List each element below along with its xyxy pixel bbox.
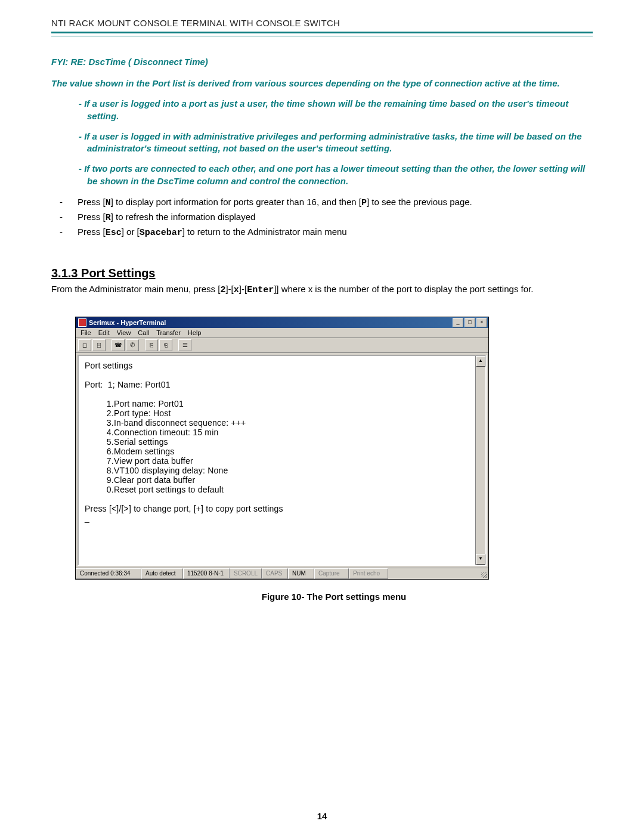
scroll-down-button[interactable]: ▼ xyxy=(476,554,485,565)
minimize-button[interactable]: _ xyxy=(453,318,463,327)
fyi-bullet-list: If a user is logged into a port as just … xyxy=(79,98,593,187)
fyi-heading: FYI: RE: DscTime ( Disconnect Time) xyxy=(51,57,593,67)
terminal-output: Port settings Port: 1; Name: Port01 1.Po… xyxy=(79,356,485,528)
menu-transfer[interactable]: Transfer xyxy=(156,329,181,336)
status-num: NUM xyxy=(288,568,314,579)
menu-view[interactable]: View xyxy=(117,329,131,336)
press-item-n: Press [N] to display port information fo… xyxy=(60,196,593,209)
status-connected: Connected 0:36:34 xyxy=(76,568,141,579)
press-item-r: Press [R] to refresh the information dis… xyxy=(60,210,593,224)
statusbar: Connected 0:36:34 Auto detect 115200 8-N… xyxy=(76,568,488,579)
menu-help[interactable]: Help xyxy=(188,329,202,336)
properties-icon[interactable]: ☰ xyxy=(178,339,191,351)
open-icon[interactable]: ⌸ xyxy=(92,339,106,351)
window-title: Serimux - HyperTerminal xyxy=(89,319,166,326)
fyi-body: The value shown in the Port list is deri… xyxy=(51,78,593,89)
app-icon xyxy=(78,318,86,327)
status-scroll: SCROLL xyxy=(230,568,262,579)
send-icon[interactable]: ⎘ xyxy=(145,339,158,351)
titlebar[interactable]: Serimux - HyperTerminal _ □ × xyxy=(76,317,488,328)
status-detect: Auto detect xyxy=(141,568,183,579)
disconnect-icon[interactable]: ✆ xyxy=(126,339,139,351)
receive-icon[interactable]: ⎗ xyxy=(159,339,172,351)
press-list: Press [N] to display port information fo… xyxy=(51,196,593,239)
figure-hyperterminal: Serimux - HyperTerminal _ □ × File Edit … xyxy=(75,317,593,602)
fyi-bullet: If a user is logged into a port as just … xyxy=(79,98,593,122)
menu-call[interactable]: Call xyxy=(138,329,149,336)
status-line: 115200 8-N-1 xyxy=(183,568,230,579)
status-capture: Capture xyxy=(314,568,349,579)
menu-file[interactable]: File xyxy=(80,329,91,336)
vertical-scrollbar[interactable]: ▲ ▼ xyxy=(475,356,485,565)
hyperterminal-window: Serimux - HyperTerminal _ □ × File Edit … xyxy=(75,317,489,580)
client-area: Port settings Port: 1; Name: Port01 1.Po… xyxy=(76,353,488,568)
maximize-button[interactable]: □ xyxy=(465,318,475,327)
section-body: From the Administrator main menu, press … xyxy=(51,284,593,295)
fyi-bullet: If two ports are connected to each other… xyxy=(79,163,593,187)
close-button[interactable]: × xyxy=(476,318,487,327)
scroll-up-button[interactable]: ▲ xyxy=(476,356,485,367)
section-title: 3.1.3 Port Settings xyxy=(51,267,593,280)
header-rule xyxy=(51,32,593,36)
new-icon[interactable]: ◻ xyxy=(78,339,91,351)
call-icon[interactable]: ☎ xyxy=(112,339,125,351)
page-header: NTI RACK MOUNT CONSOLE TERMINAL WITH CON… xyxy=(51,18,593,28)
status-echo: Print echo xyxy=(349,568,388,579)
fyi-bullet: If a user is logged in with administrati… xyxy=(79,131,593,155)
toolbar: ◻ ⌸ ☎ ✆ ⎘ ⎗ ☰ xyxy=(76,338,488,353)
status-caps: CAPS xyxy=(262,568,288,579)
menu-edit[interactable]: Edit xyxy=(98,329,110,336)
page-number: 14 xyxy=(0,811,644,821)
resize-grip-icon[interactable] xyxy=(478,568,488,579)
menubar: File Edit View Call Transfer Help xyxy=(76,328,488,338)
figure-caption: Figure 10- The Port settings menu xyxy=(75,592,593,602)
press-item-esc: Press [Esc] or [Spacebar] to return to t… xyxy=(60,225,593,239)
